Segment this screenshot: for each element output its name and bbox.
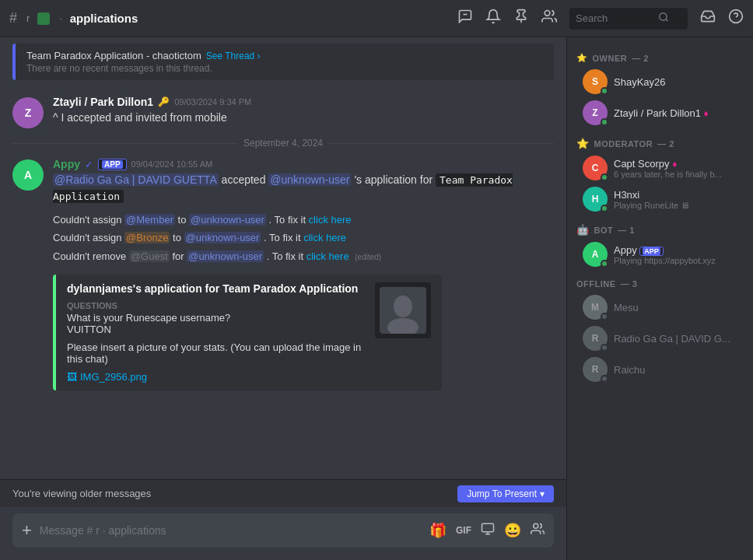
svg-line-3 [666, 19, 668, 22]
topbar: # r · applications [0, 0, 753, 37]
bell-icon[interactable] [485, 9, 501, 28]
messages-list: Z Ztayli / Park Dillon1 🔑 09/03/2024 9:3… [0, 86, 566, 479]
member-avatar: Z [583, 100, 608, 125]
message-input[interactable] [40, 524, 422, 537]
embed-title: dylannjames's application for Team Parad… [67, 282, 366, 295]
message-author[interactable]: Appy [53, 158, 80, 170]
message-timestamp: 09/04/2024 10:55 AM [131, 159, 213, 169]
member-avatar: R [583, 357, 608, 382]
search-bar[interactable] [569, 8, 688, 30]
server-icon [37, 12, 50, 25]
application-embed: dylannjames's application for Team Parad… [53, 275, 442, 390]
mention-unknown4[interactable]: @unknown-user [187, 250, 264, 262]
mention-bronze[interactable]: @Bronze [124, 232, 170, 243]
thread-banner: Team Paradox Application - chaotictom Se… [12, 44, 554, 80]
member-name: Mesu [614, 302, 737, 313]
help-icon[interactable] [728, 9, 744, 28]
status-dot [601, 260, 608, 268]
bot-section-header: 🤖 BOT — 1 [567, 221, 753, 239]
mention-member[interactable]: @Member [124, 214, 175, 226]
svg-point-2 [660, 13, 667, 20]
people-icon[interactable] [531, 522, 545, 540]
message-text: ^ I accepted and invited from mobile [53, 110, 554, 126]
member-item-capt[interactable]: C Capt Scorpy ♦ 6 years later, he is fin… [573, 152, 747, 184]
pin-icon[interactable] [513, 9, 529, 28]
search-icon [658, 12, 669, 25]
see-thread-link[interactable]: See Thread › [206, 51, 261, 61]
message-header: Appy ✓ APP 09/04/2024 10:55 AM [53, 158, 554, 170]
embed-label-1: Questions [67, 301, 366, 310]
click-here-2[interactable]: click here [303, 232, 346, 243]
mention-unknown[interactable]: @unknown-user [268, 173, 351, 186]
gift-icon[interactable]: 🎁 [429, 522, 447, 539]
message-content: Ztayli / Park Dillon1 🔑 09/03/2024 9:34 … [53, 96, 554, 128]
svg-rect-9 [482, 523, 494, 532]
member-item-appy[interactable]: A Appy APP Playing https://appybot.xyz [573, 239, 747, 270]
member-avatar: S [583, 69, 608, 94]
search-input[interactable] [576, 12, 653, 24]
member-item-ztayli[interactable]: Z Ztayli / Park Dillon1 ♦ [573, 97, 747, 128]
offline-label: OFFLINE [576, 279, 616, 289]
star-icon: ⭐ [576, 138, 590, 149]
bot-count: — 1 [618, 226, 635, 235]
message-row: A Appy ✓ APP 09/04/2024 10:55 AM @Radio … [0, 155, 566, 208]
bot-section: 🤖 BOT — 1 A Appy APP Playing [567, 221, 753, 270]
key-icon: 🔑 [158, 96, 170, 107]
date-separator: September 4, 2024 [0, 131, 566, 155]
members-icon[interactable] [541, 9, 557, 28]
embed-attachment[interactable]: 🖼 IMG_2956.png [67, 371, 366, 383]
member-item-shaykay[interactable]: S ShayKay26 [573, 66, 747, 97]
mention-radio[interactable]: @Radio Ga Ga | DAVID GUETTA [53, 173, 219, 186]
member-avatar: H [583, 187, 608, 212]
status-dot [601, 118, 608, 126]
jump-to-present-button[interactable]: Jump To Present ▾ [457, 485, 554, 502]
member-name: Appy APP [614, 244, 737, 256]
click-here-1[interactable]: click here [309, 214, 352, 226]
moderator-label: MODERATOR [594, 139, 653, 149]
thread-sub: There are no recent messages in this thr… [26, 63, 543, 74]
add-attachment-button[interactable]: + [22, 522, 32, 539]
member-avatar: R [583, 326, 608, 351]
member-item-raichu[interactable]: R Raichu [573, 354, 747, 385]
crown-icon: ⭐ [576, 53, 588, 63]
message-header: Ztayli / Park Dillon1 🔑 09/03/2024 9:34 … [53, 96, 554, 108]
error-line-3: Couldn't remove @Guest for @unknown-user… [53, 247, 554, 265]
members-sidebar: ⭐ OWNER — 2 S ShayKay26 Z [566, 37, 753, 560]
member-item-h3nxi[interactable]: H H3nxi Playing RuneLite 🖥 [573, 184, 747, 215]
member-info: Mesu [614, 302, 737, 313]
owner-label: OWNER [593, 54, 628, 63]
owner-section-header: ⭐ OWNER — 2 [567, 50, 753, 66]
message-author[interactable]: Ztayli / Park Dillon1 [53, 96, 153, 108]
threads-icon[interactable] [457, 9, 473, 28]
member-item-mesu[interactable]: M Mesu [573, 292, 747, 323]
attachment-icon: 🖼 [67, 371, 77, 383]
mention-unknown3[interactable]: @unknown-user [184, 232, 261, 243]
mention-unknown2[interactable]: @unknown-user [189, 214, 266, 226]
jump-chevron-icon: ▾ [540, 488, 545, 499]
attachment-name[interactable]: IMG_2956.png [80, 371, 147, 383]
member-item-radio[interactable]: R Radio Ga Ga | DAVID G... [573, 323, 747, 354]
emoji-icon[interactable]: 😀 [504, 522, 521, 539]
chat-area: Team Paradox Application - chaotictom Se… [0, 37, 566, 560]
main-layout: Team Paradox Application - chaotictom Se… [0, 37, 753, 560]
svg-point-1 [545, 11, 550, 16]
mention-guest[interactable]: @Guest [129, 250, 170, 262]
channel-dot: · [59, 13, 61, 24]
svg-point-10 [534, 523, 538, 528]
sticker-icon[interactable] [481, 522, 495, 540]
moderator-section-header: ⭐ MODERATOR — 2 [567, 135, 753, 152]
owner-section: ⭐ OWNER — 2 S ShayKay26 Z [567, 50, 753, 128]
offline-count: — 3 [621, 279, 638, 289]
member-name: H3nxi [614, 189, 737, 201]
member-info: Radio Ga Ga | DAVID G... [614, 333, 737, 345]
embed-question-1: What is your Runescape username? [67, 312, 366, 324]
thread-title: Team Paradox Application - chaotictom [26, 50, 201, 61]
click-here-3[interactable]: click here [306, 250, 349, 262]
status-dot [601, 205, 608, 212]
avatar: A [12, 159, 44, 191]
date-line-left [12, 143, 237, 144]
inbox-icon[interactable] [700, 9, 716, 28]
status-dot [601, 344, 608, 352]
gif-button[interactable]: GIF [456, 525, 471, 536]
channel-name: applications [70, 12, 138, 25]
